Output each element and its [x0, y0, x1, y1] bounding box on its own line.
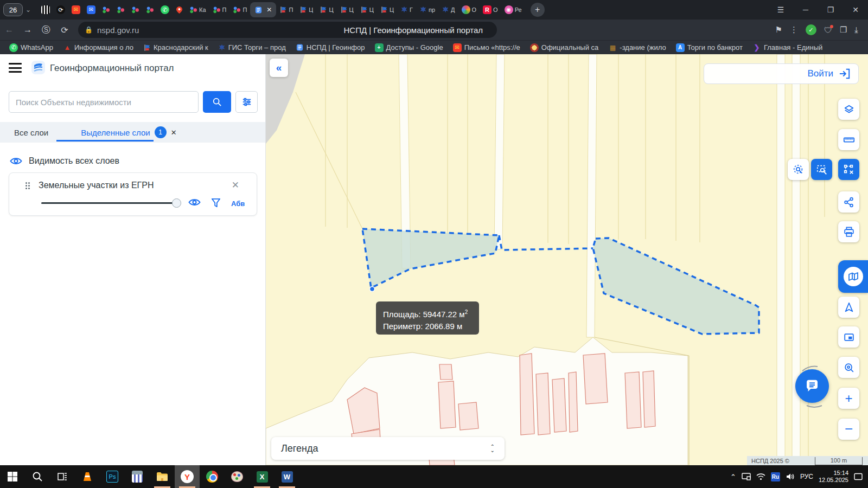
- overview-map-button[interactable]: [838, 326, 859, 348]
- chat-widget[interactable]: [789, 363, 835, 409]
- search-on-map-button[interactable]: [838, 357, 859, 378]
- address-bar[interactable]: 🔒 nspd.gov.ru НСПД | Геоинформационный п…: [78, 22, 497, 38]
- browser-tab[interactable]: ◉Ре: [501, 2, 525, 17]
- taskbar-app-search[interactable]: [25, 465, 50, 488]
- taskbar-app-vlc[interactable]: [75, 465, 100, 488]
- browser-tab[interactable]: Г: [397, 2, 416, 17]
- downloads-icon[interactable]: ⤓: [854, 25, 858, 35]
- browser-tab[interactable]: [38, 2, 53, 17]
- language-indicator[interactable]: РУС: [800, 473, 813, 480]
- taskbar-app-start[interactable]: [0, 465, 25, 488]
- bookmark-item[interactable]: НСПД | Геоинфор: [292, 42, 369, 54]
- visibility-row[interactable]: Видимость всех слоев: [10, 156, 119, 166]
- taskbar-app-paint[interactable]: [225, 465, 250, 488]
- browser-tab[interactable]: [173, 2, 186, 17]
- browser-menu-icon[interactable]: ☰: [768, 0, 793, 20]
- taskbar-app-task-view[interactable]: [50, 465, 75, 488]
- more-options-icon[interactable]: ⋮: [790, 25, 798, 35]
- nspd-panel-button[interactable]: [838, 260, 868, 293]
- browser-tab[interactable]: пр: [416, 2, 438, 17]
- browser-tab[interactable]: [99, 2, 113, 17]
- search-filter-button[interactable]: [235, 91, 258, 113]
- menu-icon[interactable]: [9, 63, 22, 73]
- bookmark-item[interactable]: AТорги по банкрот: [672, 42, 746, 54]
- bookmark-icon[interactable]: ⚑: [775, 25, 782, 35]
- tab-selected-layers[interactable]: Выделенные слои 1 ✕: [81, 126, 176, 138]
- browser-tab[interactable]: Ц: [377, 2, 397, 17]
- remove-layer-icon[interactable]: ✕: [232, 179, 239, 191]
- select-radius-button[interactable]: [788, 159, 809, 180]
- geolocation-button[interactable]: [838, 297, 859, 318]
- legend-bar[interactable]: Легенда ⌃⌄: [271, 437, 505, 460]
- search-input[interactable]: [9, 91, 199, 113]
- select-rectangle-button[interactable]: [811, 159, 832, 180]
- reload-icon[interactable]: ⟳: [55, 22, 74, 38]
- taskbar-app-excel[interactable]: X: [250, 465, 275, 488]
- browser-tab[interactable]: Ц: [316, 2, 336, 17]
- tabs-dropdown-chevron-icon[interactable]: ⌄: [23, 6, 34, 14]
- map-canvas[interactable]: « Войти: [266, 54, 868, 465]
- browser-tab[interactable]: [128, 2, 143, 17]
- measure-button[interactable]: [838, 129, 859, 150]
- share-button[interactable]: [838, 191, 859, 213]
- bookmark-item[interactable]: ✉Письмо «https://e: [449, 42, 524, 54]
- forward-icon[interactable]: →: [18, 22, 37, 38]
- browser-tab[interactable]: Ц: [337, 2, 357, 17]
- clock[interactable]: 15:14 12.05.2025: [819, 470, 848, 484]
- protect-shield-icon[interactable]: ✓: [806, 24, 816, 35]
- legend-expand-icon[interactable]: ⌃⌄: [490, 445, 495, 452]
- taskbar-app-word[interactable]: W: [275, 465, 299, 488]
- browser-tab[interactable]: ✉: [68, 2, 84, 17]
- opacity-slider-thumb[interactable]: [172, 198, 181, 208]
- search-button[interactable]: [203, 91, 231, 113]
- collapse-sidebar-button[interactable]: «: [270, 59, 288, 77]
- browser-tab[interactable]: [143, 2, 157, 17]
- close-button[interactable]: ✕: [843, 0, 868, 20]
- layer-visibility-icon[interactable]: [188, 198, 201, 207]
- print-button[interactable]: [838, 221, 859, 242]
- zoom-in-button[interactable]: +: [838, 388, 859, 409]
- keyboard-layout-badge[interactable]: Ru: [771, 472, 780, 481]
- bookmark-item[interactable]: +Доступы - Google: [371, 42, 447, 54]
- taskbar-app-yandex-browser[interactable]: Y: [175, 465, 200, 488]
- bookmark-item[interactable]: Краснодарский к: [139, 42, 212, 54]
- browser-tab[interactable]: Ка: [186, 2, 209, 17]
- browser-tab[interactable]: ✆: [157, 2, 173, 17]
- browser-tab[interactable]: [113, 2, 128, 17]
- taskbar-app-photoshop[interactable]: Ps: [100, 465, 125, 488]
- tab-counter[interactable]: 26: [3, 3, 23, 16]
- login-button[interactable]: Войти: [704, 63, 859, 84]
- layer-filter-icon[interactable]: [211, 198, 221, 208]
- tray-expand-icon[interactable]: ⌃: [730, 473, 736, 481]
- taskbar-app-explorer[interactable]: [150, 465, 175, 488]
- tab-all-layers[interactable]: Все слои: [14, 128, 48, 137]
- drag-handle-icon[interactable]: [25, 182, 30, 190]
- adblock-shield-icon[interactable]: 🛡: [824, 25, 832, 35]
- browser-tab[interactable]: ⟳: [53, 2, 68, 17]
- volume-icon[interactable]: [786, 473, 795, 480]
- select-polygon-button[interactable]: [838, 159, 859, 180]
- zoom-out-button[interactable]: −: [838, 419, 859, 440]
- taskbar-app-calculator[interactable]: [125, 465, 150, 488]
- back-icon[interactable]: ←: [0, 22, 18, 38]
- bookmark-item[interactable]: ▲Информация о ло: [59, 42, 137, 54]
- new-tab-button[interactable]: +: [531, 3, 545, 17]
- notifications-icon[interactable]: [854, 473, 863, 480]
- cast-icon[interactable]: [742, 473, 751, 480]
- browser-tab[interactable]: П: [209, 2, 230, 17]
- browser-tab[interactable]: Д: [438, 2, 458, 17]
- restore-button[interactable]: ❐: [818, 0, 843, 20]
- basemap-layers-button[interactable]: [838, 99, 859, 120]
- browser-tab[interactable]: ✉: [84, 2, 99, 17]
- opacity-slider[interactable]: [41, 202, 173, 204]
- extensions-icon[interactable]: ❒: [840, 25, 847, 35]
- minimize-button[interactable]: ─: [793, 0, 818, 20]
- close-tab-icon[interactable]: ✕: [171, 129, 177, 137]
- browser-tab[interactable]: Ц: [357, 2, 377, 17]
- bookmark-item[interactable]: ❯Главная - Единый: [749, 42, 826, 54]
- browser-tab[interactable]: RО: [480, 2, 501, 17]
- browser-tab-active[interactable]: ✕: [250, 2, 276, 17]
- browser-tab[interactable]: П: [276, 2, 296, 17]
- browser-tab[interactable]: О: [458, 2, 480, 17]
- wifi-icon[interactable]: [756, 473, 765, 480]
